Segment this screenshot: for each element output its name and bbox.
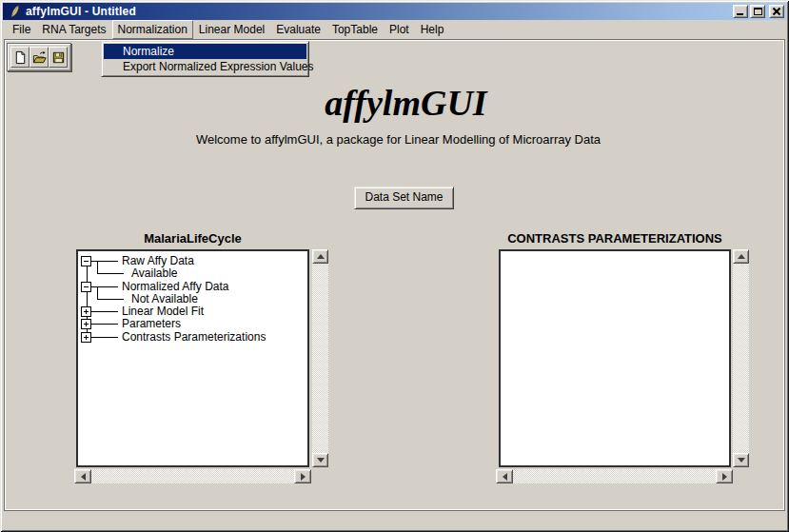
left-panel-title: MalariaLifeCycle [76,231,309,246]
scroll-down-button[interactable] [733,453,749,467]
arrow-up-icon [738,250,745,259]
feather-icon [8,5,22,19]
expand-icon[interactable] [81,332,91,343]
scrollbar-trough[interactable] [733,264,749,453]
app-window: affylmGUI - Untitled File RNA Targets No… [0,0,789,532]
left-horizontal-scrollbar[interactable] [74,469,311,483]
tree-item[interactable]: Raw Affy Data [78,255,307,267]
menu-help[interactable]: Help [415,20,450,39]
menu-evaluate[interactable]: Evaluate [270,20,326,39]
menu-bar: File RNA Targets Normalization Linear Mo… [3,20,786,39]
arrow-left-icon [77,473,86,481]
right-horizontal-scrollbar[interactable] [496,469,733,483]
save-file-icon [51,50,66,65]
tree-line [91,337,118,338]
scroll-left-button[interactable] [74,469,91,483]
arrow-left-icon [499,473,507,481]
scroll-down-button[interactable] [312,453,328,467]
arrow-down-icon [317,458,325,466]
tree-item-label: Normalized Affy Data [122,281,229,293]
window-title: affylmGUI - Untitled [26,4,733,19]
contrasts-listbox[interactable] [499,249,731,467]
menu-file[interactable]: File [7,20,36,39]
normalization-dropdown-menu: Normalize Export Normalized Expression V… [101,41,309,77]
tree-line [91,261,118,262]
open-file-icon [32,50,47,65]
right-vertical-scrollbar[interactable] [733,249,749,467]
welcome-text: Welcome to affylmGUI, a package for Line… [8,132,789,147]
menu-rna-targets[interactable]: RNA Targets [36,20,111,39]
tree-line [91,286,118,287]
menu-normalization[interactable]: Normalization [112,20,193,39]
tree-item-label: Contrasts Parameterizations [122,331,266,344]
scrollbar-trough[interactable] [513,469,716,483]
tree-item-label: Raw Affy Data [122,255,194,267]
dataset-tree-listbox[interactable]: Raw Affy DataAvailableNormalized Affy Da… [76,249,309,467]
tree-item-label: Linear Model Fit [122,305,204,318]
tree-item[interactable]: Contrasts Parameterizations [78,331,307,344]
new-file-button[interactable] [10,47,30,68]
tree-line [91,311,118,312]
scroll-right-button[interactable] [294,469,311,483]
minimize-icon [737,13,743,15]
scrollbar-trough[interactable] [91,469,294,483]
scroll-left-button[interactable] [496,469,513,483]
tree-item-label: Not Available [131,293,198,305]
tree-item[interactable]: Not Available [78,293,307,305]
scroll-up-button[interactable] [312,249,328,264]
minimize-button[interactable] [733,5,748,18]
tree-item[interactable]: Available [78,267,307,280]
right-panel-title: CONTRASTS PARAMETERIZATIONS [499,231,731,246]
scroll-right-button[interactable] [716,469,733,483]
tree-line [97,299,124,300]
arrow-up-icon [317,250,325,259]
collapse-icon[interactable] [81,256,91,266]
maximize-button[interactable] [750,5,765,18]
tree-line [97,273,124,274]
data-set-name-button[interactable]: Data Set Name [354,187,454,209]
menu-item-export-normalized[interactable]: Export Normalized Expression Values [104,59,306,74]
collapse-icon[interactable] [81,282,91,292]
menu-item-normalize[interactable]: Normalize [104,44,306,59]
toolbar [7,43,71,71]
title-bar[interactable]: affylmGUI - Untitled [3,3,786,20]
scrollbar-trough[interactable] [312,264,328,453]
tree-line [91,324,118,325]
tree-item[interactable]: Linear Model Fit [78,305,307,318]
open-file-button[interactable] [30,47,49,68]
arrow-down-icon [738,458,745,466]
scroll-up-button[interactable] [733,249,749,264]
close-button[interactable] [769,5,784,18]
new-file-icon [13,50,28,65]
arrow-right-icon [722,473,731,481]
save-file-button[interactable] [49,47,68,68]
maximize-icon [754,8,762,15]
tree-item-label: Available [131,267,177,280]
left-vertical-scrollbar[interactable] [312,249,328,467]
tree-item-label: Parameters [122,318,181,330]
tree: Raw Affy DataAvailableNormalized Affy Da… [78,251,307,465]
menu-plot[interactable]: Plot [384,20,415,39]
expand-icon[interactable] [81,319,91,329]
menu-linear-model[interactable]: Linear Model [193,20,270,39]
arrow-right-icon [301,473,309,481]
tree-item[interactable]: Normalized Affy Data [78,281,307,293]
app-heading: affylmGUI [23,82,789,124]
tree-item[interactable]: Parameters [78,318,307,330]
menu-toptable[interactable]: TopTable [326,20,384,39]
expand-icon[interactable] [81,306,91,317]
